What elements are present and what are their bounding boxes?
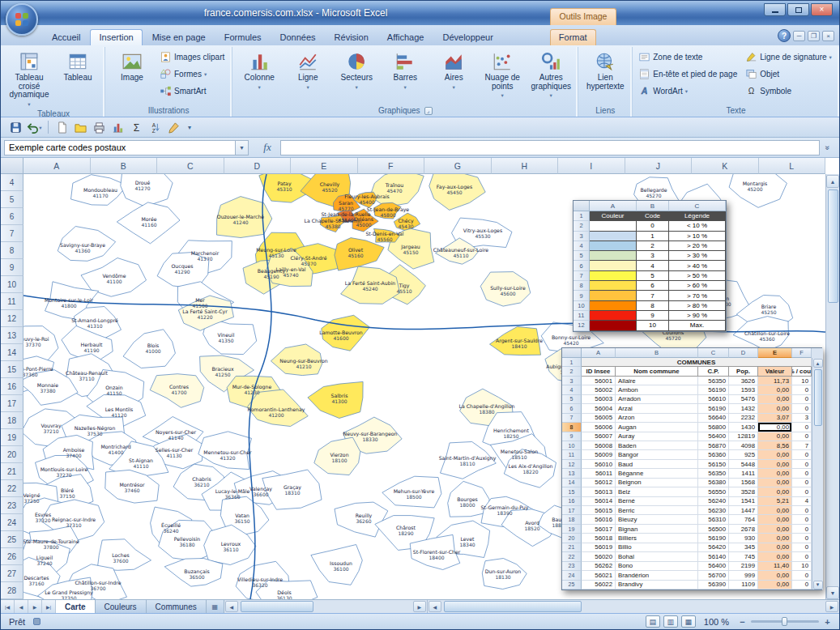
communes-cell[interactable]: 1109 [729, 581, 758, 590]
legend-row-number[interactable]: 7 [574, 271, 590, 281]
row-header-13[interactable]: 13 [1, 327, 23, 344]
symbole-button[interactable]: ΩSymbole [743, 83, 836, 99]
communes-cell[interactable]: 0,00 [758, 423, 792, 432]
zoom-level[interactable]: 100 % [704, 617, 729, 627]
ribbon-tab-donn-es[interactable]: Données [271, 29, 325, 45]
secteurs-button[interactable]: Secteurs▾ [333, 48, 380, 104]
communes-cell[interactable]: 56140 [698, 552, 729, 561]
communes-cell[interactable]: 56350 [698, 377, 729, 385]
communes-cell[interactable]: 0,00 [758, 552, 792, 561]
lien-hypertexte-button[interactable]: Lien hypertexte [582, 48, 629, 104]
dialog-launcher-graphiques[interactable]: ⌟ [424, 107, 433, 115]
communes-cell[interactable]: Bohal [616, 552, 698, 561]
communes-vscroll-thumb[interactable] [814, 369, 822, 426]
column-header-j[interactable]: J [625, 158, 693, 174]
legend-label-cell[interactable]: > 40 % [669, 261, 726, 270]
legend-label-cell[interactable]: < 10 % [669, 221, 726, 231]
communes-cell[interactable]: 0 [792, 460, 812, 469]
ribbon-tab-d-veloppeur[interactable]: Développeur [433, 29, 501, 45]
communes-cell[interactable]: 56150 [698, 460, 729, 469]
communes-column-header-c[interactable]: C [698, 348, 729, 358]
communes-row-number[interactable]: 7 [562, 414, 582, 423]
row-header-23[interactable]: 23 [1, 497, 23, 514]
communes-row-number[interactable]: 4 [562, 385, 582, 394]
legend-color-swatch[interactable] [590, 271, 637, 281]
communes-cell[interactable]: Ambon [616, 385, 698, 394]
sort-button[interactable]: AZ [147, 119, 164, 135]
legend-row-number[interactable]: 10 [574, 301, 590, 311]
next-sheet-button[interactable]: ▶ [28, 600, 42, 613]
normal-view-button[interactable]: ▤ [646, 615, 660, 628]
communes-cell[interactable]: 0 [792, 581, 812, 590]
autres-graphiques-button[interactable]: Autres graphiques▾ [527, 48, 574, 104]
open-folder-button[interactable] [72, 119, 89, 135]
communes-cell[interactable]: 3626 [729, 377, 758, 385]
communes-cell[interactable]: 0,00 [758, 432, 792, 441]
communes-cell[interactable]: 0 [792, 385, 812, 394]
communes-cell[interactable]: 925 [729, 450, 758, 459]
communes-row-number[interactable]: 12 [562, 460, 582, 469]
row-header-14[interactable]: 14 [1, 344, 23, 361]
legend-row-number[interactable]: 8 [574, 281, 590, 291]
communes-scroll-left-icon[interactable]: ◀ [429, 601, 441, 612]
workbook-restore-button[interactable]: ❐ [808, 31, 820, 41]
sheet-tab-couleurs[interactable]: Couleurs [96, 600, 147, 613]
legend-code-cell[interactable]: 0 [637, 221, 669, 231]
legend-code-cell[interactable]: 3 [637, 251, 669, 261]
help-button[interactable]: ? [778, 29, 791, 42]
legend-color-swatch[interactable] [590, 291, 637, 300]
communes-cell[interactable]: 1411 [729, 469, 758, 478]
communes-cell[interactable]: 56190 [698, 534, 729, 543]
images-clipart-button[interactable]: Images clipart [157, 49, 228, 65]
communes-column-header-d[interactable]: D [729, 348, 758, 358]
communes-cell[interactable]: 0,00 [758, 515, 792, 524]
communes-row-number[interactable]: 10 [562, 441, 582, 450]
communes-cell[interactable]: 3528 [729, 487, 758, 496]
legend-row-number[interactable]: 12 [574, 321, 590, 330]
communes-cell[interactable]: 0 [792, 534, 812, 543]
communes-cell[interactable]: 56190 [698, 385, 729, 394]
workbook-close-button[interactable]: × [822, 31, 834, 41]
communes-cell[interactable]: 3,07 [758, 414, 792, 423]
column-header-d[interactable]: D [224, 158, 292, 174]
communes-cell[interactable]: Arzon [616, 414, 698, 423]
vscroll-thumb[interactable] [828, 189, 838, 303]
communes-cell[interactable]: 0,00 [758, 571, 792, 580]
communes-column-header-b[interactable]: B [616, 348, 698, 358]
communes-cell[interactable]: 0 [792, 506, 812, 515]
communes-cell[interactable]: 56262 [582, 562, 616, 571]
print-button[interactable] [91, 119, 108, 135]
ribbon-tab-affichage[interactable]: Affichage [378, 29, 433, 45]
vertical-scrollbar[interactable]: ▲ ▼ [825, 174, 839, 599]
undo-button[interactable]: ▾ [26, 119, 43, 135]
communes-cell[interactable]: Berné [616, 497, 698, 506]
ribbon-tab-insertion[interactable]: Insertion [90, 29, 142, 45]
communes-row-number[interactable]: 20 [562, 534, 582, 543]
last-sheet-button[interactable]: ▶| [42, 600, 56, 613]
row-header-9[interactable]: 9 [1, 259, 23, 276]
communes-cell[interactable]: 56004 [582, 404, 616, 413]
minimize-button[interactable] [764, 3, 786, 16]
legend-code-cell[interactable]: 9 [637, 311, 669, 321]
communes-row-number[interactable]: 16 [562, 497, 582, 506]
communes-row-number[interactable]: 14 [562, 479, 582, 487]
communes-cell[interactable]: 1432 [729, 404, 758, 413]
legend-color-swatch[interactable] [590, 232, 637, 241]
communes-row-number[interactable]: 21 [562, 543, 582, 552]
communes-cell[interactable]: 0 [792, 525, 812, 534]
row-header-20[interactable]: 20 [1, 446, 23, 463]
communes-cell[interactable]: 56022 [582, 581, 616, 590]
communes-cell[interactable]: 0,00 [758, 395, 792, 404]
insert-worksheet-tab[interactable]: ▦ [207, 600, 224, 613]
communes-cell[interactable]: Arzal [616, 404, 698, 413]
communes-row-number[interactable]: 23 [562, 562, 582, 571]
legend-label-cell[interactable]: > 90 % [669, 311, 726, 321]
communes-cell[interactable]: 56018 [582, 534, 616, 543]
communes-column-header-e[interactable]: E [758, 348, 792, 358]
legend-row-number[interactable]: 1 [574, 211, 590, 221]
communes-cell[interactable]: 56011 [582, 469, 616, 478]
page-break-view-button[interactable]: ▦ [681, 615, 696, 628]
column-header-k[interactable]: K [692, 158, 759, 174]
maximize-button[interactable] [787, 3, 809, 16]
communes-cell[interactable]: 0,00 [758, 450, 792, 459]
